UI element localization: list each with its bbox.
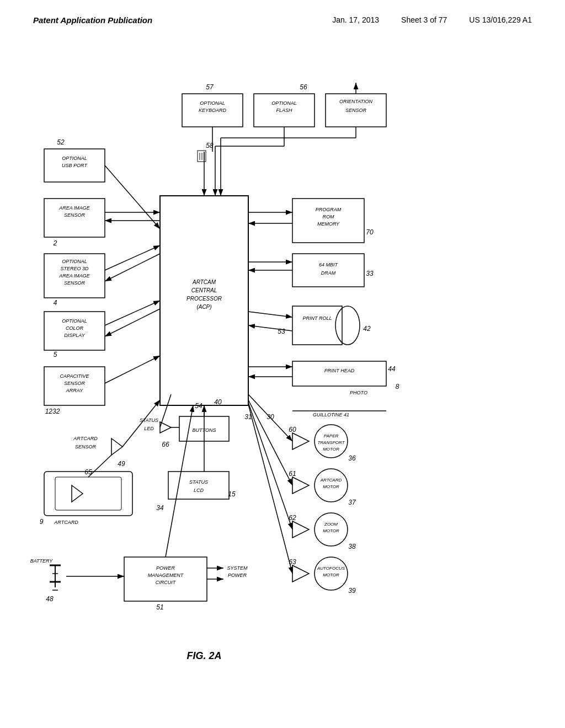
svg-text:70: 70	[366, 228, 374, 236]
svg-rect-58	[292, 361, 386, 386]
header-info: Jan. 17, 2013 Sheet 3 of 77 US 13/016,22…	[332, 15, 532, 24]
patent-header: Patent Application Publication Jan. 17, …	[0, 0, 565, 30]
diagram-area: OPTIONAL KEYBOARD 57 OPTIONAL FLASH 56 O…	[0, 36, 565, 720]
svg-text:FLASH: FLASH	[276, 108, 292, 113]
svg-text:OPTIONAL: OPTIONAL	[271, 100, 297, 106]
block-diagram-svg: OPTIONAL KEYBOARD 57 OPTIONAL FLASH 56 O…	[0, 36, 565, 720]
svg-text:CENTRAL: CENTRAL	[191, 287, 217, 293]
svg-line-153	[248, 325, 292, 331]
svg-marker-101	[292, 433, 309, 449]
svg-text:SENSOR: SENSOR	[64, 381, 86, 386]
svg-text:61: 61	[289, 470, 296, 478]
svg-rect-81	[44, 472, 132, 516]
svg-text:STEREO 3D: STEREO 3D	[60, 266, 89, 271]
svg-point-54	[335, 306, 360, 345]
svg-text:DISPLAY: DISPLAY	[64, 333, 85, 338]
svg-text:OPTIONAL: OPTIONAL	[62, 259, 87, 264]
svg-rect-53	[292, 306, 342, 345]
svg-text:52: 52	[57, 138, 65, 146]
svg-text:39: 39	[348, 587, 356, 595]
svg-text:TRANSPORT: TRANSPORT	[317, 440, 345, 445]
svg-text:MEMORY: MEMORY	[317, 221, 340, 227]
svg-text:FIG. 2A: FIG. 2A	[186, 650, 221, 661]
svg-marker-83	[72, 485, 83, 502]
svg-text:56: 56	[300, 83, 307, 91]
svg-marker-108	[292, 477, 309, 494]
svg-text:9: 9	[40, 518, 44, 526]
svg-text:SENSOR: SENSOR	[345, 108, 367, 113]
svg-text:ARRAY: ARRAY	[66, 388, 83, 393]
svg-rect-82	[55, 477, 121, 510]
svg-text:37: 37	[348, 499, 356, 506]
svg-line-152	[248, 312, 292, 317]
header-date: Jan. 17, 2013	[332, 15, 379, 24]
svg-marker-114	[292, 521, 309, 538]
svg-text:64 MBIT: 64 MBIT	[319, 262, 339, 267]
header-title: Patent Application Publication	[33, 15, 152, 25]
svg-text:CIRCUIT: CIRCUIT	[156, 580, 177, 585]
svg-line-159	[122, 400, 160, 447]
svg-text:COLOR: COLOR	[66, 325, 84, 331]
svg-text:66: 66	[162, 441, 169, 448]
svg-text:53: 53	[278, 328, 285, 335]
svg-text:MOTOR: MOTOR	[323, 484, 339, 489]
svg-text:OPTIONAL: OPTIONAL	[62, 156, 87, 161]
svg-text:POWER: POWER	[228, 572, 247, 578]
svg-text:34: 34	[156, 504, 164, 512]
svg-text:AREA IMAGE: AREA IMAGE	[58, 273, 90, 279]
svg-text:OPTIONAL: OPTIONAL	[200, 100, 225, 106]
svg-text:2: 2	[53, 239, 57, 247]
svg-text:STATUS: STATUS	[189, 479, 208, 485]
svg-text:SYSTEM: SYSTEM	[227, 565, 248, 571]
svg-text:60: 60	[289, 426, 296, 433]
svg-text:MOTOR: MOTOR	[323, 528, 339, 533]
svg-rect-44	[292, 199, 364, 243]
svg-text:30: 30	[266, 413, 274, 421]
svg-text:SENSOR: SENSOR	[64, 212, 86, 218]
svg-line-168	[248, 404, 292, 574]
svg-text:AREA IMAGE: AREA IMAGE	[58, 205, 90, 211]
svg-line-126	[105, 165, 160, 229]
svg-text:SENSOR: SENSOR	[75, 444, 97, 449]
svg-text:PHOTO: PHOTO	[350, 390, 367, 395]
svg-text:42: 42	[363, 325, 371, 333]
svg-text:54: 54	[195, 402, 202, 410]
svg-rect-28	[44, 312, 105, 350]
svg-text:ARTCAM: ARTCAM	[192, 279, 216, 285]
svg-text:ZOOM: ZOOM	[324, 522, 338, 527]
svg-text:PROCESSOR: PROCESSOR	[186, 296, 222, 302]
svg-text:PROGRAM: PROGRAM	[316, 207, 342, 212]
svg-text:40: 40	[214, 398, 222, 406]
svg-text:4: 4	[54, 299, 57, 307]
svg-marker-77	[111, 438, 122, 455]
svg-text:57: 57	[206, 83, 214, 91]
svg-text:44: 44	[388, 365, 396, 373]
svg-text:BATTERY: BATTERY	[30, 558, 54, 564]
page: Patent Application Publication Jan. 17, …	[0, 0, 565, 728]
svg-text:SENSOR: SENSOR	[64, 280, 86, 286]
svg-line-157	[160, 394, 171, 427]
svg-text:AUTOFOCUS: AUTOFOCUS	[317, 566, 345, 571]
svg-text:DRAM: DRAM	[321, 270, 336, 276]
svg-text:PRINT ROLL: PRINT ROLL	[302, 315, 332, 321]
svg-text:ROM: ROM	[323, 214, 335, 220]
svg-text:(ACP): (ACP)	[196, 304, 211, 310]
svg-text:ARTCARD: ARTCARD	[73, 436, 98, 441]
svg-text:MANAGEMENT: MANAGEMENT	[148, 572, 184, 578]
svg-text:LED: LED	[144, 426, 154, 431]
svg-line-167	[248, 403, 292, 529]
svg-text:ARTCARD: ARTCARD	[320, 478, 342, 483]
svg-rect-72	[168, 472, 229, 499]
svg-text:USB PORT: USB PORT	[62, 163, 88, 168]
svg-text:PAPER: PAPER	[324, 433, 339, 438]
svg-text:62: 62	[289, 514, 296, 522]
svg-text:36: 36	[348, 454, 356, 462]
svg-text:CAPACITIVE: CAPACITIVE	[60, 373, 90, 379]
svg-text:8: 8	[396, 383, 399, 390]
svg-text:ORIENTATION: ORIENTATION	[339, 99, 373, 104]
svg-text:POWER: POWER	[156, 565, 175, 571]
svg-text:38: 38	[348, 543, 356, 550]
svg-line-160	[88, 455, 111, 477]
svg-text:33: 33	[366, 270, 374, 277]
svg-text:48: 48	[46, 595, 54, 603]
